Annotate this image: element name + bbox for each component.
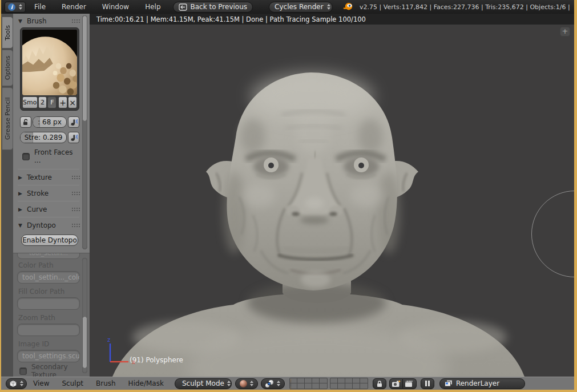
layer-cell[interactable] [297, 378, 305, 383]
menu-hide-mask[interactable]: Hide/Mask [122, 379, 170, 387]
image-id-label: Image ID [18, 340, 79, 348]
layer-cell[interactable] [345, 383, 353, 389]
brush-panel-header[interactable]: ▼ Brush [17, 16, 80, 26]
paths-scrollbar[interactable] [82, 258, 87, 373]
render-status-bar: Time:00:16.21 | Mem:41.15M, Peak:41.15M … [90, 14, 574, 25]
menu-file[interactable]: File [27, 3, 53, 11]
panel-grip-icon[interactable] [71, 19, 80, 23]
color-path-field[interactable]: tool_settin..._color_add [17, 271, 80, 284]
image-id-field[interactable]: tool_settings.sculpt.b... [17, 350, 80, 362]
expand-region-button[interactable]: + [560, 27, 570, 37]
front-faces-checkbox[interactable] [22, 153, 30, 160]
layer-cell[interactable] [297, 383, 305, 389]
lock-modes-button[interactable] [373, 378, 386, 389]
pause-render-button[interactable] [421, 378, 434, 389]
layer-cell[interactable] [353, 383, 360, 389]
clipped-path-field[interactable]: tool_settin... [17, 253, 80, 259]
layer-cell[interactable] [312, 378, 320, 383]
tab-grease-pencil[interactable]: Grease Pencil [2, 87, 13, 150]
menu-brush[interactable]: Brush [90, 379, 122, 387]
unified-radius-lock-button[interactable] [20, 116, 31, 128]
stroke-panel-header[interactable]: ▶ Stroke [17, 188, 80, 198]
zoom-path-field[interactable] [17, 324, 80, 336]
layer-cell[interactable] [330, 378, 338, 383]
editor-type-selector-3d[interactable] [6, 378, 27, 389]
layers-grid-1[interactable] [289, 378, 328, 389]
brush-preview-image[interactable] [22, 30, 77, 95]
enable-dyntopo-button[interactable]: Enable Dyntopo [21, 235, 78, 246]
caret-down-icon: ▼ [17, 18, 23, 24]
tab-tools[interactable]: Tools [2, 17, 13, 49]
layer-cell[interactable] [360, 378, 368, 383]
panel-grip-icon[interactable] [71, 223, 80, 228]
opengl-render-animation-button[interactable] [403, 378, 417, 389]
matcap-sphere-icon [240, 380, 247, 387]
brush-users-count-button[interactable]: 2 [38, 96, 47, 108]
shelf-scrollbar[interactable] [82, 15, 87, 249]
menu-help[interactable]: Help [138, 3, 168, 11]
radius-slider[interactable]: : 68 px [33, 116, 67, 128]
viewport-header: View Sculpt Brush Hide/Mask Sculpt Mode [1, 377, 574, 390]
panel-grip-icon[interactable] [71, 191, 80, 196]
shelf-scrollbar-thumb[interactable] [82, 15, 87, 122]
add-brush-button[interactable]: + [58, 96, 67, 108]
tab-options[interactable]: Options [2, 50, 13, 86]
texture-panel-header[interactable]: ▶ Texture [17, 172, 80, 182]
dyntopo-panel-title: Dyntopo [27, 221, 56, 229]
layer-cell[interactable] [360, 383, 368, 389]
strength-slider[interactable]: Stre: 0.289 [20, 132, 67, 143]
layer-cell[interactable] [320, 378, 327, 383]
info-header: i File Render Window Help Back to Previo… [1, 0, 574, 14]
menu-window[interactable]: Window [95, 3, 136, 11]
menu-sculpt[interactable]: Sculpt [55, 379, 89, 387]
layer-cell[interactable] [290, 383, 297, 389]
strength-pressure-button[interactable] [68, 132, 79, 143]
fake-user-button[interactable]: F [47, 96, 57, 108]
fill-color-path-field[interactable] [17, 297, 80, 310]
layer-cell[interactable] [290, 378, 297, 383]
layer-cell[interactable] [320, 383, 327, 389]
curve-panel-header[interactable]: ▶ Curve [17, 204, 80, 214]
menu-render[interactable]: Render [54, 3, 94, 11]
blender-logo-icon [342, 2, 353, 11]
viewport-shading-select[interactable] [235, 378, 258, 389]
radius-pressure-button[interactable] [68, 116, 79, 128]
render-engine-select[interactable]: Cycles Render [269, 2, 333, 13]
back-to-previous-button[interactable]: Back to Previous [173, 2, 253, 13]
chevron-updown-icon [327, 4, 330, 10]
sculpture-render [90, 25, 574, 377]
layer-cell[interactable] [305, 378, 312, 383]
back-arrow-icon [179, 3, 187, 11]
pressure-sensitivity-icon [70, 134, 78, 142]
layers-grid-2[interactable] [330, 378, 368, 389]
opengl-render-image-button[interactable] [389, 378, 403, 389]
panel-grip-icon[interactable] [71, 207, 80, 212]
render-layer-select[interactable]: RenderLayer [439, 378, 525, 389]
mode-select[interactable]: Sculpt Mode [175, 378, 232, 389]
chevron-updown-icon [250, 381, 253, 386]
render-layer-value: RenderLayer [456, 379, 499, 387]
menu-view[interactable]: View [27, 379, 55, 387]
panel-grip-icon[interactable] [71, 175, 80, 180]
panel-separator [18, 201, 79, 201]
layer-cell[interactable] [338, 378, 345, 383]
editor-type-selector[interactable]: i [5, 2, 26, 13]
pivot-point-select[interactable] [261, 378, 285, 389]
layer-cell[interactable] [305, 383, 312, 389]
layer-cell[interactable] [312, 383, 320, 389]
layer-cell[interactable] [353, 378, 360, 383]
delete-brush-button[interactable]: × [68, 96, 77, 108]
secondary-texture-checkbox[interactable] [19, 367, 27, 375]
radius-row: : 68 px [20, 116, 79, 128]
opengl-render-group [389, 378, 417, 389]
main-area: Tools Options Grease Pencil ▼ Brush [1, 14, 574, 377]
viewport-3d[interactable]: Time:00:16.21 | Mem:41.15M, Peak:41.15M … [90, 14, 574, 377]
layer-cell[interactable] [330, 383, 338, 389]
render-layers-icon [444, 379, 453, 387]
texture-paths-panel: tool_settin... Color Path tool_settin...… [13, 253, 90, 377]
paths-scrollbar-thumb[interactable] [82, 316, 87, 369]
dyntopo-panel-header[interactable]: ▼ Dyntopo [17, 220, 80, 230]
layer-cell[interactable] [338, 383, 345, 389]
layer-cell[interactable] [345, 378, 353, 383]
brush-name-button[interactable]: Smo [22, 96, 38, 108]
